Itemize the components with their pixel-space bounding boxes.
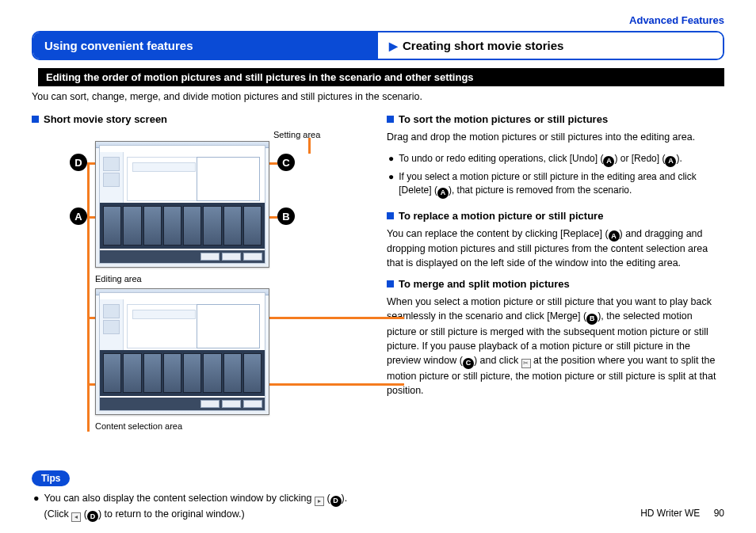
section-title-bar: Editing the order of motion pictures and… <box>32 68 724 86</box>
tab-right-label: Creating short movie stories <box>403 39 563 52</box>
ref-b-icon: B <box>586 314 598 325</box>
callout-d: D <box>70 154 87 171</box>
page-number: 90 <box>714 508 724 519</box>
sort-bullet-2: ● If you select a motion picture or stil… <box>388 170 724 199</box>
collapse-icon: ◂ <box>71 512 81 522</box>
text: ( <box>324 493 330 504</box>
replace-heading-label: To replace a motion picture or still pic… <box>399 210 603 222</box>
split-icon: ✂ <box>521 359 531 368</box>
blue-square-icon <box>32 116 39 123</box>
tips-badge: Tips <box>32 470 70 486</box>
ref-a-icon: A <box>437 188 449 199</box>
screenshot-content-selection <box>95 288 269 415</box>
bullet-icon: ● <box>33 491 40 522</box>
sort-bullet-1: ● To undo or redo editing operations, cl… <box>388 152 724 167</box>
bullet-icon: ● <box>388 152 394 167</box>
left-column: Short movie story screen Setting area <box>32 113 365 455</box>
callout-b: B <box>277 207 295 225</box>
text: ), that picture is removed from the scen… <box>449 185 632 196</box>
merge-heading: To merge and split motion pictures <box>387 278 724 290</box>
screen-heading: Short movie story screen <box>32 113 365 125</box>
ref-a-icon: A <box>603 156 614 167</box>
label-setting-area: Setting area <box>273 130 320 139</box>
page-footer: HD Writer WE 90 <box>640 508 724 519</box>
ref-a-icon: A <box>665 156 676 167</box>
figure-group: Setting area <box>32 130 365 455</box>
replace-paragraph: You can replace the content by clicking … <box>387 227 724 271</box>
connector-line <box>87 162 90 432</box>
blue-square-icon <box>387 116 394 123</box>
blue-square-icon <box>387 212 394 219</box>
ref-d-icon: D <box>87 511 98 522</box>
sort-heading-label: To sort the motion pictures or still pic… <box>399 113 608 125</box>
bullet-icon: ● <box>388 170 394 199</box>
product-name: HD Writer WE <box>640 508 700 519</box>
screen-heading-label: Short movie story screen <box>44 113 167 125</box>
tab-creating-stories: ▶ Creating short movie stories <box>378 32 723 59</box>
text: ). <box>676 153 682 164</box>
ref-c-icon: C <box>463 358 474 369</box>
label-editing-area: Editing area <box>95 274 142 284</box>
sort-paragraph: Drag and drop the motion pictures or sti… <box>387 130 724 144</box>
ref-d-icon: D <box>330 496 342 507</box>
merge-paragraph: When you select a motion picture or stil… <box>387 295 724 398</box>
text: ( <box>81 508 87 520</box>
text: You can also display the content selecti… <box>44 493 315 504</box>
label-content-area: Content selection area <box>95 421 182 431</box>
merge-heading-label: To merge and split motion pictures <box>399 278 570 290</box>
blue-square-icon <box>387 280 394 287</box>
text: To undo or redo editing operations, clic… <box>399 153 603 164</box>
text: ) to return to the original window.) <box>98 508 245 520</box>
breadcrumb: Advanced Features <box>32 14 724 26</box>
ref-a-icon: A <box>609 230 620 242</box>
sort-heading: To sort the motion pictures or still pic… <box>387 113 724 125</box>
right-column: To sort the motion pictures or still pic… <box>387 113 724 455</box>
replace-heading: To replace a motion picture or still pic… <box>387 210 724 222</box>
tip-1: ● You can also display the content selec… <box>33 491 724 522</box>
connector-line <box>308 138 311 154</box>
callout-a: A <box>70 207 87 225</box>
text: ) and click <box>474 355 521 366</box>
expand-icon: ▸ <box>315 497 324 506</box>
tab-using-features: Using convenient features <box>33 32 378 59</box>
chevron-right-icon: ▶ <box>389 40 398 52</box>
text: ) or [Redo] ( <box>614 153 665 164</box>
text: ). <box>342 493 348 504</box>
screenshot-story-screen <box>95 141 269 268</box>
callout-c: C <box>277 154 295 171</box>
text: You can replace the content by clicking … <box>387 228 609 239</box>
intro-text: You can sort, change, merge, and divide … <box>32 91 724 102</box>
tabs-row: Using convenient features ▶ Creating sho… <box>32 31 724 60</box>
text: (Click <box>44 508 72 520</box>
tips-list: ● You can also display the content selec… <box>32 491 724 522</box>
